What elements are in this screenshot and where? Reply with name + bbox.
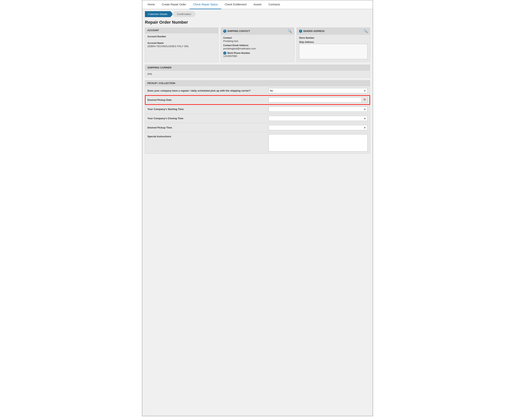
desired-pickup-date-row: Desired Pickup Date 📅 <box>145 95 370 105</box>
closing-time-row: Your Company's Closing Time ▼ <box>145 114 370 123</box>
regular-pickup-row: Does your company have a regular / daily… <box>145 86 370 95</box>
store-number-label: Store Number <box>299 37 368 39</box>
main-content: Repair Order Number ACCOUNT Account Numb… <box>142 17 373 416</box>
top-navigation: Home Create Repair Order Check Repair St… <box>142 0 373 9</box>
contact-email-value: portalregtest@mailinator.com <box>223 47 292 50</box>
special-instructions-textarea[interactable] <box>269 134 368 151</box>
ship-address-label: Ship Address <box>299 41 368 44</box>
shipping-carrier-value: DHL <box>145 71 370 77</box>
account-body: Account Number Account Name ZEBRA TECHNO… <box>145 33 218 50</box>
account-name-label: Account Name <box>147 42 216 45</box>
nav-check-entitlement[interactable]: Check Entitlement <box>221 0 250 9</box>
nav-check-repair-status[interactable]: Check Repair Status <box>190 0 221 9</box>
sender-address-box: i SENDER ADDRESS 🔍 Store Number Ship Add… <box>297 28 370 62</box>
shipping-contact-body: Contact Portalreg test Contact Email Add… <box>221 35 294 60</box>
closing-time-label: Your Company's Closing Time <box>147 117 269 120</box>
ship-address-textarea[interactable] <box>299 44 368 59</box>
info-columns: ACCOUNT Account Number Account Name ZEBR… <box>145 28 370 62</box>
desired-pickup-time-label: Desired Pickup Time <box>147 126 269 129</box>
special-instructions-row: Special Instructions <box>145 132 370 153</box>
pickup-section: PICKUP / COLLECTION Does your company ha… <box>145 80 370 154</box>
regular-pickup-label: Does your company have a regular / daily… <box>147 89 269 92</box>
closing-time-select[interactable] <box>269 116 368 121</box>
account-box: ACCOUNT Account Number Account Name ZEBR… <box>145 28 218 62</box>
shipping-carrier-section: SHIPPING CARRIER DHL <box>145 65 370 77</box>
tab-confirmation[interactable]: Confirmation <box>172 11 196 17</box>
page-title: Repair Order Number <box>145 20 370 25</box>
desired-pickup-time-select[interactable] <box>269 125 368 130</box>
starting-time-label: Your Company's Starting Time <box>147 108 269 111</box>
desired-pickup-time-control: ▼ <box>269 125 368 130</box>
tab-collection-details[interactable]: Collection Details <box>145 11 173 17</box>
regular-pickup-select-wrapper: No Yes ▼ <box>269 88 368 93</box>
work-phone-value: 1234567890 <box>223 55 292 58</box>
breadcrumb: Collection Details Confirmation <box>142 9 373 17</box>
work-phone-label: Work Phone Number <box>227 52 250 54</box>
contact-label: Contact <box>223 37 292 39</box>
nav-assets[interactable]: Assets <box>250 0 265 9</box>
shipping-carrier-header: SHIPPING CARRIER <box>145 65 370 71</box>
shipping-contact-header-label: SHIPPING CONTACT <box>227 30 250 32</box>
shipping-contact-info-icon[interactable]: i <box>223 30 226 33</box>
starting-time-row: Your Company's Starting Time ▼ <box>145 105 370 114</box>
starting-time-control: ▼ <box>269 106 368 112</box>
shipping-contact-search-icon[interactable]: 🔍 <box>288 29 292 33</box>
shipping-contact-box: i SHIPPING CONTACT 🔍 Contact Portalreg t… <box>221 28 294 62</box>
special-instructions-label: Special Instructions <box>147 134 269 138</box>
desired-pickup-date-label: Desired Pickup Date <box>147 98 269 101</box>
nav-home[interactable]: Home <box>144 0 158 9</box>
contact-email-label: Contact Email Address <box>223 44 292 47</box>
desired-pickup-date-control: 📅 <box>269 97 368 103</box>
desired-pickup-date-input[interactable] <box>269 98 362 102</box>
work-phone-info-icon[interactable]: i <box>223 52 226 55</box>
nav-create-repair-order[interactable]: Create Repair Order <box>158 0 190 9</box>
pickup-header: PICKUP / COLLECTION <box>145 80 370 86</box>
sender-address-search-icon[interactable]: 🔍 <box>363 29 368 33</box>
shipping-contact-header: i SHIPPING CONTACT 🔍 <box>221 28 294 35</box>
account-header-label: ACCOUNT <box>147 29 159 32</box>
date-picker-icon[interactable]: 📅 <box>362 98 367 102</box>
regular-pickup-select[interactable]: No Yes <box>269 88 368 93</box>
sender-address-header-label: SENDER ADDRESS <box>303 30 325 32</box>
sender-address-info-icon[interactable]: i <box>299 30 302 33</box>
nav-contracts[interactable]: Contracts <box>265 0 284 9</box>
account-header: ACCOUNT <box>145 28 218 33</box>
account-number-label: Account Number <box>147 35 216 38</box>
closing-time-control: ▼ <box>269 116 368 121</box>
desired-pickup-time-select-wrapper: ▼ <box>269 125 368 130</box>
account-name-value: ZEBRA TECHNOLOGIES ITALY SRL <box>147 45 216 48</box>
date-input-wrapper: 📅 <box>269 97 368 103</box>
sender-address-body: Store Number Ship Address <box>297 35 370 62</box>
desired-pickup-time-row: Desired Pickup Time ▼ <box>145 123 370 132</box>
sender-address-header: i SENDER ADDRESS 🔍 <box>297 28 370 35</box>
regular-pickup-control: No Yes ▼ <box>269 88 368 93</box>
starting-time-select-wrapper: ▼ <box>269 106 368 112</box>
closing-time-select-wrapper: ▼ <box>269 116 368 121</box>
starting-time-select[interactable] <box>269 106 368 112</box>
contact-value: Portalreg test <box>223 40 292 43</box>
